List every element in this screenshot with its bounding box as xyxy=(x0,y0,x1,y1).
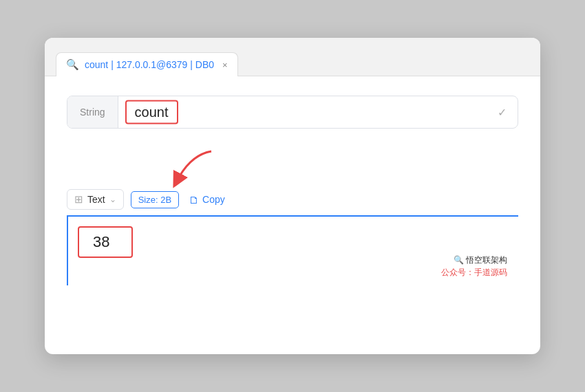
key-type-label: String xyxy=(67,96,118,128)
arrow-annotation xyxy=(67,148,518,189)
chevron-down-icon: ⌄ xyxy=(109,195,116,204)
tab-count[interactable]: 🔍 count | 127.0.0.1@6379 | DB0 × xyxy=(56,52,238,76)
content-area: String count count ✓ ⊞ Text xyxy=(45,76,540,307)
key-row: String count count ✓ xyxy=(67,96,518,129)
watermark: 🔍 悟空联架构 公众号：手道源码 xyxy=(441,254,507,279)
copy-label: Copy xyxy=(202,194,225,205)
watermark-text: 公众号：手道源码 xyxy=(441,266,507,279)
value-area: 38 🔍 悟空联架构 公众号：手道源码 xyxy=(67,217,518,285)
size-badge: Size: 2B xyxy=(131,191,179,208)
format-selector[interactable]: ⊞ Text ⌄ xyxy=(67,189,124,210)
copy-button[interactable]: 🗋 Copy xyxy=(186,191,228,208)
format-icon: ⊞ xyxy=(74,193,83,206)
watermark-logo: 🔍 悟空联架构 xyxy=(441,254,507,266)
value-highlight-box: 38 xyxy=(78,226,133,258)
toolbar-row: ⊞ Text ⌄ Size: 2B 🗋 Copy xyxy=(67,189,518,217)
tab-close-button[interactable]: × xyxy=(222,60,228,70)
key-name-wrapper: count count xyxy=(118,105,487,120)
tab-bar: 🔍 count | 127.0.0.1@6379 | DB0 × xyxy=(45,38,540,76)
arrow-svg xyxy=(149,148,232,189)
copy-icon: 🗋 xyxy=(189,194,199,206)
checkmark-icon: ✓ xyxy=(487,106,518,119)
format-label: Text xyxy=(87,194,105,205)
main-window: 🔍 count | 127.0.0.1@6379 | DB0 × String … xyxy=(45,38,540,354)
search-icon: 🔍 xyxy=(66,58,79,71)
tab-label: count | 127.0.0.1@6379 | DB0 xyxy=(85,59,214,70)
